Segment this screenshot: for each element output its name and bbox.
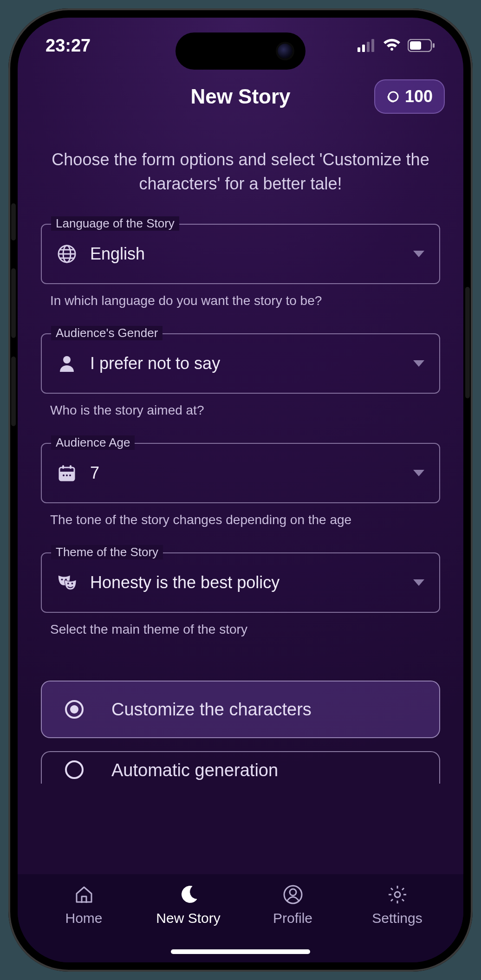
calendar-icon: [57, 463, 77, 483]
svg-rect-6: [433, 43, 435, 48]
moon-icon: [177, 883, 200, 906]
chevron-down-icon: [413, 360, 424, 367]
language-select[interactable]: English: [41, 224, 440, 284]
age-value: 7: [90, 463, 400, 483]
wifi-icon: [383, 39, 401, 52]
radio-selected-icon: [65, 700, 84, 719]
language-legend: Language of the Story: [51, 216, 179, 231]
svg-rect-2: [367, 42, 370, 52]
svg-rect-5: [410, 41, 421, 50]
gender-value: I prefer not to say: [90, 354, 400, 373]
svg-point-20: [61, 579, 63, 581]
globe-icon: [57, 244, 77, 264]
gender-legend: Audience's Gender: [51, 326, 162, 340]
subtitle-text: Choose the form options and select 'Cust…: [46, 148, 436, 196]
svg-rect-3: [371, 39, 374, 52]
nav-settings-label: Settings: [372, 910, 422, 926]
nav-settings[interactable]: Settings: [351, 883, 444, 926]
home-indicator[interactable]: [171, 949, 310, 954]
svg-point-11: [63, 356, 71, 363]
dynamic-island: [176, 32, 306, 70]
svg-point-22: [67, 583, 69, 584]
svg-point-25: [290, 889, 296, 896]
home-icon: [73, 883, 95, 906]
age-select[interactable]: 7: [41, 443, 440, 503]
svg-point-23: [72, 583, 73, 584]
chevron-down-icon: [413, 470, 424, 476]
gear-icon: [386, 883, 409, 906]
customize-label: Customize the characters: [111, 700, 312, 720]
svg-rect-15: [62, 465, 64, 469]
status-time: 23:27: [46, 36, 91, 56]
svg-point-17: [63, 474, 65, 476]
gender-select[interactable]: I prefer not to say: [41, 333, 440, 394]
nav-new-story[interactable]: New Story: [142, 883, 235, 926]
language-value: English: [90, 244, 400, 264]
profile-icon: [282, 883, 304, 906]
nav-profile-label: Profile: [273, 910, 312, 926]
theme-select[interactable]: Honesty is the best policy: [41, 552, 440, 613]
content: Choose the form options and select 'Cust…: [18, 120, 463, 874]
credits-badge[interactable]: 100: [374, 79, 445, 114]
theater-masks-icon: [57, 572, 77, 593]
customize-characters-option[interactable]: Customize the characters: [41, 681, 440, 738]
automatic-generation-option[interactable]: Automatic generation: [41, 751, 440, 784]
svg-rect-0: [358, 47, 360, 52]
nav-home-label: Home: [65, 910, 102, 926]
phone-frame: 23:27 New Story 100 Choose the form opti…: [8, 8, 473, 972]
side-button: [11, 268, 16, 338]
camera-dot: [278, 44, 292, 58]
chevron-down-icon: [413, 251, 424, 257]
cellular-icon: [358, 39, 376, 52]
theme-field: Theme of the Story Honesty is the best p…: [41, 552, 440, 613]
language-field: Language of the Story English: [41, 224, 440, 284]
status-indicators: [358, 39, 436, 52]
theme-legend: Theme of the Story: [51, 545, 163, 559]
svg-point-26: [395, 892, 400, 897]
svg-point-18: [66, 474, 68, 476]
language-helper: In which language do you want the story …: [50, 293, 440, 308]
svg-rect-16: [70, 465, 72, 469]
nav-profile[interactable]: Profile: [247, 883, 339, 926]
person-icon: [57, 353, 77, 374]
automatic-label: Automatic generation: [111, 760, 278, 780]
radio-unselected-icon: [65, 760, 84, 779]
nav-home[interactable]: Home: [38, 883, 130, 926]
header: New Story 100: [18, 73, 463, 120]
gender-helper: Who is the story aimed at?: [50, 403, 440, 418]
svg-rect-1: [362, 45, 365, 52]
side-button: [11, 203, 16, 240]
theme-helper: Select the main theme of the story: [50, 622, 440, 637]
theme-value: Honesty is the best policy: [90, 573, 400, 592]
svg-point-21: [65, 579, 67, 581]
age-legend: Audience Age: [51, 435, 135, 450]
chevron-down-icon: [413, 579, 424, 586]
age-field: Audience Age 7: [41, 443, 440, 503]
credits-value: 100: [405, 87, 433, 106]
nav-new-story-label: New Story: [156, 910, 220, 926]
page-title: New Story: [190, 85, 290, 108]
svg-point-19: [69, 474, 71, 476]
side-button: [465, 287, 470, 398]
battery-icon: [408, 39, 436, 52]
side-button: [11, 357, 16, 426]
gender-field: Audience's Gender I prefer not to say: [41, 333, 440, 394]
age-helper: The tone of the story changes depending …: [50, 513, 440, 527]
screen: 23:27 New Story 100 Choose the form opti…: [18, 18, 463, 962]
credits-icon: [386, 90, 400, 104]
